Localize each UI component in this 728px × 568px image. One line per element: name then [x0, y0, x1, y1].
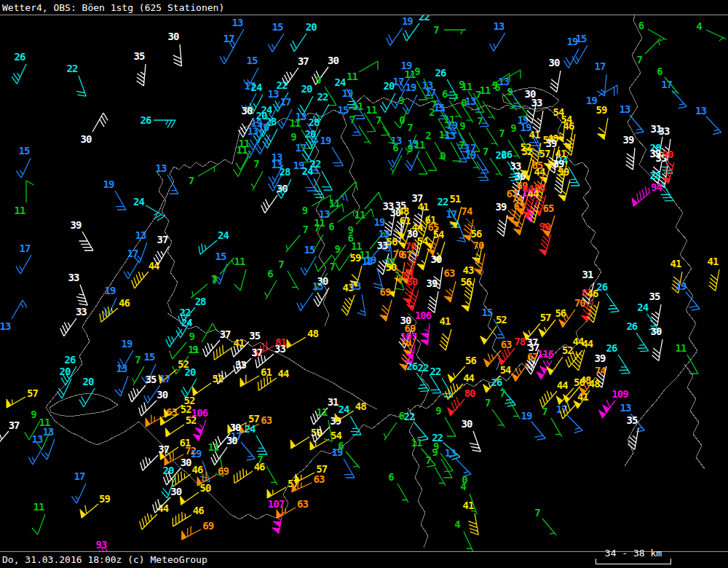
wind-barb-pennant [480, 336, 487, 344]
station: 63 [444, 267, 456, 302]
station-gust-value: 17 [393, 76, 404, 87]
station: 17 [16, 242, 31, 275]
wind-barb [269, 33, 285, 52]
station-gust-value: 30 [157, 389, 167, 401]
station: 56 [461, 276, 472, 311]
wind-barb-pennant [558, 195, 566, 202]
station-gust-value: 37 [251, 347, 262, 358]
station-gust-value: 30 [549, 57, 560, 68]
wind-barb-pennant [193, 434, 200, 441]
station-gust-value: 61 [261, 366, 272, 378]
wind-barb [301, 256, 316, 275]
wind-barb [202, 323, 217, 342]
station-gust-value: 20 [60, 366, 71, 377]
station-gust-value: 51 [450, 193, 461, 205]
wind-barb [92, 113, 108, 132]
station-gust-value: 54 [433, 229, 444, 240]
station-gust-value: 46 [192, 464, 203, 476]
station-gust-value: 15 [144, 351, 155, 363]
station: 7 [477, 115, 498, 146]
station-gust-value: 93 [96, 539, 107, 551]
wind-barb [357, 294, 365, 316]
station-gust-value: 7 [302, 224, 308, 235]
station-gust-value: 19 [374, 216, 385, 228]
station-gust-value: 7 [135, 354, 141, 366]
station-gust-value: 11 [188, 344, 199, 355]
scale-label: 34 - 38 km [590, 548, 677, 558]
station-gust-value: 9 [398, 95, 404, 106]
station-gust-value: 9 [290, 131, 296, 143]
station: 69 [380, 286, 392, 321]
station-gust-value: 28 [650, 170, 661, 181]
wind-barb-pennant [80, 510, 86, 518]
wind-barb [141, 455, 158, 470]
station: 26 [606, 342, 630, 374]
wind-barb-pennant [272, 528, 280, 534]
wind-barb [464, 532, 473, 551]
station-gust-value: 11 [354, 209, 365, 221]
station-gust-value: 56 [387, 236, 397, 248]
wind-barb-pennant [160, 417, 165, 425]
station: 6 [638, 20, 667, 42]
station-gust-value: 11 [33, 501, 44, 513]
station-gust-value: 84 [523, 183, 534, 194]
station: 17 [71, 470, 86, 503]
station-gust-value: 22 [403, 411, 414, 422]
wind-barb [234, 269, 246, 291]
station-gust-value: 7 [534, 507, 540, 518]
station-gust-value: 35 [249, 330, 260, 342]
station-gust-value: 7 [433, 24, 439, 36]
wind-barb [60, 318, 76, 336]
station-gust-value: 19 [258, 122, 269, 133]
station-gust-value: 44 [573, 336, 584, 347]
station-gust-value: 48 [355, 401, 366, 412]
station-gust-value: 15 [434, 102, 445, 114]
station-gust-value: 7 [349, 114, 355, 125]
wind-barb [288, 271, 298, 290]
weather-map[interactable]: 2622303530261511391317192413733441713243… [0, 0, 728, 568]
station: 0 [440, 150, 446, 162]
station-gust-value: 24 [302, 165, 313, 177]
wind-barb-pennant [540, 366, 547, 374]
wind-barb-pennant [539, 249, 546, 256]
station-gust-value: 13 [156, 162, 167, 174]
border-line [50, 393, 118, 417]
station-gust-value: 24 [251, 82, 262, 93]
wind-barb-pennant [380, 315, 387, 322]
station-gust-value: 9 [407, 143, 413, 154]
station-gust-value: 57 [316, 463, 327, 475]
wind-barb [290, 33, 306, 52]
station-gust-value: 39 [595, 352, 606, 364]
wind-barb [426, 151, 437, 170]
station-gust-value: 19 [586, 95, 597, 106]
wind-barb [76, 285, 87, 305]
station-gust-value: 9 [459, 120, 465, 132]
wind-barb-pennant [462, 305, 469, 311]
station: 17 [124, 248, 139, 280]
station: 17 [661, 79, 687, 109]
wind-barb [387, 28, 403, 46]
station: 6 [390, 142, 402, 175]
station: 26 [141, 114, 175, 127]
station-gust-value: 7 [475, 89, 481, 100]
station: 17 [595, 60, 606, 96]
wind-barb [57, 379, 71, 398]
station: 19 [403, 82, 417, 114]
station-gust-value: 24 [133, 196, 144, 208]
station: 33 [60, 306, 87, 336]
wind-barb [173, 44, 182, 66]
wind-barb [470, 431, 480, 451]
station: 59 [596, 104, 608, 139]
station: 15 [269, 21, 285, 52]
station-gust-value: 11 [352, 100, 363, 112]
station: 52 [192, 373, 223, 396]
wind-barb-pennant [182, 531, 186, 540]
station-gust-value: 94 [651, 181, 662, 193]
station: 39 [623, 134, 635, 170]
wind-barb [440, 329, 451, 350]
station-gust-value: 17 [595, 60, 606, 72]
station-gust-value: 28 [195, 296, 206, 307]
station: 69 [182, 520, 214, 540]
border-line [167, 313, 377, 409]
border-line [684, 364, 705, 469]
